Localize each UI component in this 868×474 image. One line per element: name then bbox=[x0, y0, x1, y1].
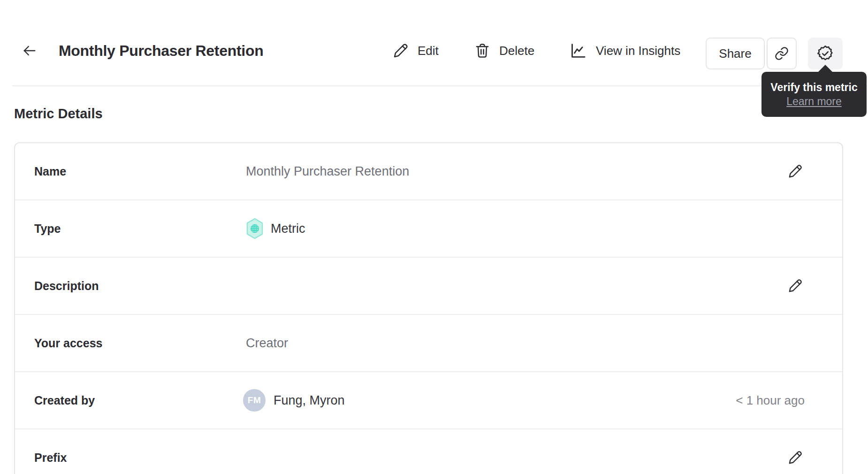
avatar: FM bbox=[243, 389, 266, 412]
back-arrow-icon bbox=[21, 42, 38, 59]
section-heading: Metric Details bbox=[14, 106, 103, 122]
line-chart-icon bbox=[569, 41, 587, 60]
tooltip-title: Verify this metric bbox=[770, 81, 857, 94]
page-title: Monthly Purchaser Retention bbox=[59, 39, 263, 62]
insights-button-label: View in Insights bbox=[596, 44, 680, 58]
link-icon bbox=[774, 46, 789, 61]
share-button[interactable]: Share bbox=[706, 38, 765, 69]
row-label: Your access bbox=[34, 336, 246, 350]
tooltip-learn-more-link[interactable]: Learn more bbox=[786, 95, 842, 108]
view-in-insights-button[interactable]: View in Insights bbox=[569, 39, 680, 62]
delete-button[interactable]: Delete bbox=[474, 39, 534, 62]
row-label: Created by bbox=[34, 394, 246, 407]
metric-detail-page: Monthly Purchaser Retention Edit Delete bbox=[0, 0, 868, 474]
row-label: Prefix bbox=[34, 451, 246, 465]
delete-button-label: Delete bbox=[499, 44, 534, 58]
type-value: Metric bbox=[271, 222, 305, 236]
pencil-icon bbox=[787, 450, 803, 466]
pencil-icon bbox=[392, 42, 409, 59]
access-value: Creator bbox=[246, 336, 288, 351]
created-timestamp: < 1 hour ago bbox=[736, 393, 805, 408]
trash-icon bbox=[474, 42, 491, 59]
edit-description-button[interactable] bbox=[786, 276, 805, 295]
share-button-label: Share bbox=[719, 46, 751, 61]
metric-hexagon-icon bbox=[246, 218, 264, 239]
pencil-icon bbox=[787, 163, 803, 179]
table-row-prefix: Prefix bbox=[15, 429, 842, 474]
edit-name-button[interactable] bbox=[786, 162, 805, 181]
table-row-description: Description bbox=[15, 258, 842, 315]
edit-button[interactable]: Edit bbox=[392, 39, 439, 62]
metric-details-card: Name Monthly Purchaser Retention Type bbox=[14, 142, 843, 474]
verified-badge-icon bbox=[816, 44, 835, 63]
row-label: Name bbox=[34, 165, 246, 178]
copy-link-button[interactable] bbox=[767, 38, 797, 69]
row-label: Type bbox=[34, 222, 246, 236]
row-label: Description bbox=[34, 279, 246, 293]
edit-prefix-button[interactable] bbox=[786, 448, 805, 467]
edit-button-label: Edit bbox=[418, 44, 439, 58]
header-divider bbox=[12, 85, 868, 86]
verify-tooltip: Verify this metric Learn more bbox=[761, 72, 867, 117]
table-row-created-by: Created by FM Fung, Myron < 1 hour ago bbox=[15, 372, 842, 429]
created-by-value: Fung, Myron bbox=[274, 393, 345, 408]
tooltip-caret bbox=[818, 65, 833, 72]
table-row-name: Name Monthly Purchaser Retention bbox=[15, 143, 842, 200]
table-row-type: Type Metric bbox=[15, 200, 842, 258]
back-button[interactable] bbox=[19, 40, 40, 61]
name-value: Monthly Purchaser Retention bbox=[246, 164, 409, 179]
pencil-icon bbox=[787, 278, 803, 294]
table-row-your-access: Your access Creator bbox=[15, 315, 842, 372]
